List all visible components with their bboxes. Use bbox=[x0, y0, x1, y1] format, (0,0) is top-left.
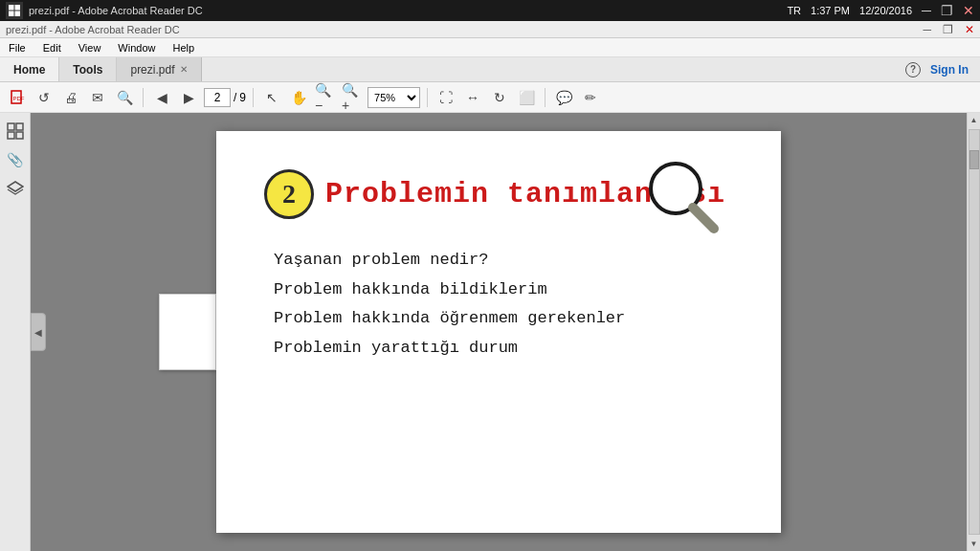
undo-button[interactable]: ↺ bbox=[33, 86, 56, 109]
svg-rect-1 bbox=[15, 5, 21, 11]
menu-help[interactable]: Help bbox=[167, 40, 199, 55]
page-title-row: 2 Problemin tanımlanması bbox=[264, 169, 725, 219]
pan-tool-button[interactable]: ✋ bbox=[287, 86, 310, 109]
bullet-item-2: Problem hakkında bildiklerim bbox=[274, 276, 625, 305]
app-subtitle: prezi.pdf - Adobe Acrobat Reader DC bbox=[6, 24, 180, 35]
bullet-item-4: Problemin yarattığı durum bbox=[274, 334, 625, 364]
svg-rect-8 bbox=[8, 132, 14, 139]
email-button[interactable]: ✉ bbox=[86, 86, 109, 109]
date-display: 12/20/2016 bbox=[859, 5, 912, 16]
restore-button[interactable]: ❐ bbox=[941, 3, 953, 18]
next-page-button[interactable]: ▶ bbox=[177, 86, 200, 109]
toolbar-separator-3 bbox=[427, 88, 428, 107]
menu-bar: File Edit View Window Help bbox=[0, 38, 980, 57]
page-total: 9 bbox=[239, 91, 246, 104]
svg-marker-10 bbox=[8, 182, 23, 191]
toolbar-separator-1 bbox=[143, 88, 144, 107]
minimize-button[interactable]: ─ bbox=[922, 3, 931, 18]
svg-rect-3 bbox=[15, 11, 21, 17]
toolbar: PDF ↺ 🖨 ✉ 🔍 ◀ ▶ / 9 ↖ ✋ 🔍− 🔍+ 75% 50% 10… bbox=[0, 82, 980, 113]
attachments-panel-icon[interactable]: 📎 bbox=[5, 149, 26, 170]
svg-line-12 bbox=[693, 208, 714, 229]
step-number-circle: 2 bbox=[264, 169, 314, 219]
pdf-viewer-area: ◀ 2 Problemin tanımlanması bbox=[31, 113, 967, 551]
scroll-thumb[interactable] bbox=[969, 150, 979, 169]
windows-start-button[interactable] bbox=[6, 2, 23, 19]
pdf-page: 2 Problemin tanımlanması Yaşanan problem… bbox=[216, 131, 781, 533]
main-layout: 📎 ◀ 2 Problemin tanımlanması bbox=[0, 113, 980, 551]
menu-view[interactable]: View bbox=[74, 40, 106, 55]
bullet-item-3: Problem hakkında öğrenmem gerekenler bbox=[274, 304, 625, 334]
svg-rect-7 bbox=[16, 123, 23, 130]
right-scrollbar: ▲ ▼ bbox=[967, 113, 980, 551]
signin-area: ? Sign In bbox=[894, 57, 980, 81]
page-thumbnail bbox=[159, 294, 216, 370]
language-indicator: TR bbox=[787, 5, 801, 16]
prev-page-button[interactable]: ◀ bbox=[150, 86, 173, 109]
toolbar-separator-4 bbox=[545, 88, 546, 107]
bullet-item-1: Yaşanan problem nedir? bbox=[274, 246, 625, 276]
app-title: prezi.pdf - Adobe Acrobat Reader DC bbox=[29, 5, 203, 16]
select-tool-button[interactable]: ↖ bbox=[260, 86, 283, 109]
toolbar-separator-2 bbox=[253, 88, 254, 107]
page-navigation: / 9 bbox=[204, 88, 246, 107]
close-button[interactable]: ✕ bbox=[963, 3, 974, 18]
tab-tools[interactable]: Tools bbox=[59, 57, 117, 81]
app-close-button[interactable]: ✕ bbox=[965, 23, 974, 36]
svg-text:PDF: PDF bbox=[13, 96, 25, 101]
app-minimize-button[interactable]: ─ bbox=[923, 23, 931, 36]
layers-panel-icon[interactable] bbox=[5, 178, 26, 199]
app-restore-button[interactable]: ❐ bbox=[943, 23, 953, 36]
svg-rect-2 bbox=[9, 11, 14, 17]
print-button[interactable]: 🖨 bbox=[59, 86, 82, 109]
scroll-track[interactable] bbox=[969, 129, 980, 535]
title-bar: prezi.pdf - Adobe Acrobat Reader DC TR 1… bbox=[0, 0, 980, 21]
menu-window[interactable]: Window bbox=[113, 40, 160, 55]
page-separator: / bbox=[234, 91, 236, 104]
reading-mode-button[interactable]: ⬜ bbox=[515, 86, 538, 109]
fit-width-button[interactable]: ↔ bbox=[461, 86, 484, 109]
menu-file[interactable]: File bbox=[4, 40, 31, 55]
scroll-down-button[interactable]: ▼ bbox=[968, 537, 980, 551]
collapse-panel-button[interactable]: ◀ bbox=[31, 313, 46, 351]
svg-rect-0 bbox=[9, 5, 14, 11]
fit-page-button[interactable]: ⛶ bbox=[434, 86, 457, 109]
tabs-bar: Home Tools prezi.pdf ✕ ? Sign In bbox=[0, 57, 980, 82]
comment-button[interactable]: 💬 bbox=[552, 86, 575, 109]
signin-button[interactable]: Sign In bbox=[930, 63, 969, 77]
page-number-input[interactable] bbox=[204, 88, 231, 107]
app-title-bar: prezi.pdf - Adobe Acrobat Reader DC ─ ❐ … bbox=[0, 21, 980, 38]
tab-spacer bbox=[202, 57, 894, 81]
time-display: 1:37 PM bbox=[811, 5, 850, 16]
thumbnail-panel-icon[interactable] bbox=[5, 121, 26, 142]
help-icon[interactable]: ? bbox=[905, 62, 921, 77]
rotate-button[interactable]: ↻ bbox=[488, 86, 511, 109]
tab-home[interactable]: Home bbox=[0, 57, 59, 81]
zoom-level-select[interactable]: 75% 50% 100% 125% bbox=[368, 87, 420, 108]
zoom-out-button[interactable]: 🔍− bbox=[314, 86, 337, 109]
tab-close-icon[interactable]: ✕ bbox=[180, 64, 188, 75]
menu-edit[interactable]: Edit bbox=[38, 40, 66, 55]
left-sidebar: 📎 bbox=[0, 113, 31, 551]
magnifier-illustration bbox=[637, 160, 724, 250]
zoom-in-button[interactable]: 🔍+ bbox=[341, 86, 364, 109]
bullet-list: Yaşanan problem nedir? Problem hakkında … bbox=[274, 246, 625, 363]
svg-rect-6 bbox=[8, 123, 14, 130]
svg-rect-9 bbox=[16, 132, 23, 139]
scroll-up-button[interactable]: ▲ bbox=[968, 113, 980, 127]
search-button[interactable]: 🔍 bbox=[113, 86, 136, 109]
create-pdf-button[interactable]: PDF bbox=[6, 86, 29, 109]
tab-file[interactable]: prezi.pdf ✕ bbox=[117, 57, 202, 81]
pencil-button[interactable]: ✏ bbox=[579, 86, 602, 109]
